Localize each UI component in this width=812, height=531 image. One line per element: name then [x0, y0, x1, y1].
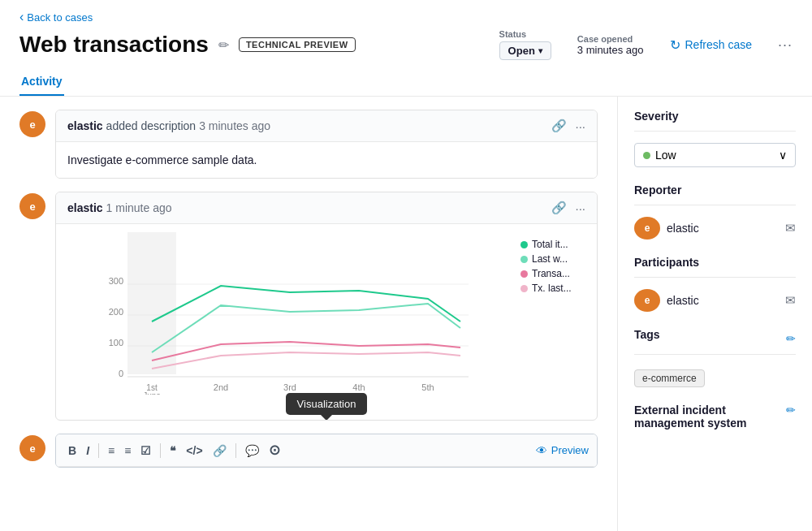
svg-text:5th: 5th: [421, 382, 434, 392]
activity-author-2: elastic: [67, 201, 103, 214]
toolbar-sep-2: [160, 443, 161, 458]
top-bar: Back to cases Web transactions ✏ TECHNIC…: [0, 0, 812, 97]
case-opened-block: Case opened 3 minutes ago: [577, 34, 644, 56]
external-label: External incident management system: [634, 404, 786, 430]
ordered-list-button[interactable]: ≡: [120, 442, 135, 460]
toolbar-sep-3: [235, 443, 236, 458]
legend-dot-2: [520, 256, 528, 263]
activity-item-1: e elastic added description 3 minutes ag…: [19, 110, 598, 179]
preview-label: Preview: [551, 444, 589, 456]
tags-list: e-commerce: [634, 366, 796, 387]
legend-dot-1: [520, 241, 528, 248]
link-icon-2[interactable]: 🔗: [551, 201, 567, 215]
severity-divider: [634, 131, 796, 132]
status-value: Open: [508, 45, 535, 57]
tab-activity[interactable]: Activity: [19, 68, 64, 96]
avatar-1: e: [19, 111, 45, 137]
activity-card-body-1: Investigate e-commerce sample data.: [56, 142, 597, 178]
legend-item-1: Total it...: [520, 239, 585, 250]
activity-card-2: elastic 1 minute ago 🔗 ···: [55, 192, 598, 421]
activity-item-2: e elastic 1 minute ago 🔗 ···: [19, 192, 598, 421]
task-list-button[interactable]: ☑: [136, 442, 155, 460]
italic-button[interactable]: I: [82, 442, 93, 460]
code-button[interactable]: </>: [182, 442, 206, 460]
legend-dot-4: [520, 285, 528, 292]
svg-text:4th: 4th: [352, 382, 365, 392]
preview-button[interactable]: 👁 Preview: [536, 444, 589, 457]
activity-author-1: elastic: [67, 119, 103, 132]
svg-rect-0: [127, 232, 176, 374]
legend-label-3: Transa...: [532, 268, 570, 279]
tags-section: Tags ✏ e-commerce: [634, 328, 796, 387]
case-opened-label: Case opened: [577, 34, 644, 44]
editor-avatar: e: [19, 435, 45, 461]
case-opened-value: 3 minutes ago: [577, 44, 644, 56]
participants-section: Participants e elastic ✉: [634, 256, 796, 312]
tooltip-text: Visualization: [297, 398, 356, 410]
more-options-button[interactable]: ···: [778, 37, 793, 54]
reporter-mail-icon[interactable]: ✉: [785, 221, 796, 235]
svg-text:300: 300: [109, 276, 123, 286]
more-icon-2[interactable]: ···: [575, 201, 585, 215]
main-content: e elastic added description 3 minutes ag…: [0, 97, 812, 531]
refresh-button[interactable]: Refresh case: [670, 37, 752, 53]
page-title: Web transactions: [19, 32, 209, 58]
activity-desc-1: added description: [106, 119, 197, 132]
status-dropdown[interactable]: Open ▾: [499, 41, 551, 60]
participant-row: e elastic ✉: [634, 289, 796, 312]
legend-item-3: Transa...: [520, 268, 585, 279]
more-icon-1[interactable]: ···: [575, 119, 585, 133]
reporter-section: Reporter e elastic ✉: [634, 183, 796, 240]
unordered-list-button[interactable]: ≡: [104, 442, 119, 460]
activity-card-header-1: elastic added description 3 minutes ago …: [56, 110, 597, 142]
tags-edit-icon[interactable]: ✏: [786, 332, 796, 345]
legend-label-4: Tx. last...: [532, 283, 572, 294]
bold-button[interactable]: B: [64, 442, 80, 460]
editor-row: e B I ≡ ≡ ☑ ❝ </> 🔗 💬: [19, 434, 598, 468]
legend-item-4: Tx. last...: [520, 283, 585, 294]
tooltip-container: Visualization: [56, 393, 597, 415]
quote-button[interactable]: ❝: [166, 442, 180, 460]
avatar-2: e: [19, 193, 45, 219]
chart-svg: 0 100 200 300 1st: [67, 232, 512, 395]
legend-dot-3: [520, 270, 528, 278]
severity-dot: Low: [643, 149, 676, 162]
link-icon-1[interactable]: 🔗: [551, 119, 567, 133]
severity-section: Severity Low ∨: [634, 110, 796, 167]
editor-box: B I ≡ ≡ ☑ ❝ </> 🔗 💬 ⊙ 👁: [55, 434, 598, 468]
severity-dropdown[interactable]: Low ∨: [634, 143, 796, 167]
header-right: Status Open ▾ Case opened 3 minutes ago …: [499, 29, 793, 60]
reporter-row: e elastic ✉: [634, 217, 796, 240]
mention-button[interactable]: ⊙: [265, 439, 284, 461]
reporter-name: elastic: [667, 222, 699, 235]
svg-text:200: 200: [109, 307, 123, 317]
comment-button[interactable]: 💬: [241, 442, 263, 460]
edit-title-icon[interactable]: ✏: [218, 37, 229, 53]
reporter-divider: [634, 205, 796, 205]
activity-card-header-2: elastic 1 minute ago 🔗 ···: [56, 192, 597, 224]
participant-name: elastic: [667, 294, 699, 307]
external-section: External incident management system ✏: [634, 404, 796, 430]
reporter-label: Reporter: [634, 183, 796, 196]
activity-card-1: elastic added description 3 minutes ago …: [55, 110, 598, 179]
link-button[interactable]: 🔗: [209, 442, 231, 460]
participant-mail-icon[interactable]: ✉: [785, 293, 796, 308]
eye-icon: 👁: [536, 444, 547, 457]
svg-text:100: 100: [109, 338, 123, 348]
tag-chip-1: e-commerce: [634, 369, 705, 387]
external-edit-icon[interactable]: ✏: [786, 404, 796, 417]
activity-time-2: 1 minute ago: [106, 201, 172, 214]
sidebar: Severity Low ∨ Reporter e elastic ✉: [617, 97, 812, 531]
tags-label: Tags: [634, 328, 660, 341]
severity-label: Severity: [634, 110, 796, 123]
status-label: Status: [499, 29, 527, 39]
participant-avatar: e: [634, 289, 660, 312]
tabs-row: Activity: [19, 68, 793, 96]
toolbar-sep-1: [98, 443, 99, 458]
back-link[interactable]: Back to cases: [19, 10, 793, 24]
preview-badge: TECHNICAL PREVIEW: [239, 37, 356, 52]
chart-legend: Total it... Last w... Transa...: [520, 232, 585, 294]
title-row: Web transactions ✏ TECHNICAL PREVIEW Sta…: [19, 29, 793, 60]
tags-divider: [634, 354, 796, 355]
activity-actions-1: 🔗 ···: [551, 119, 585, 133]
